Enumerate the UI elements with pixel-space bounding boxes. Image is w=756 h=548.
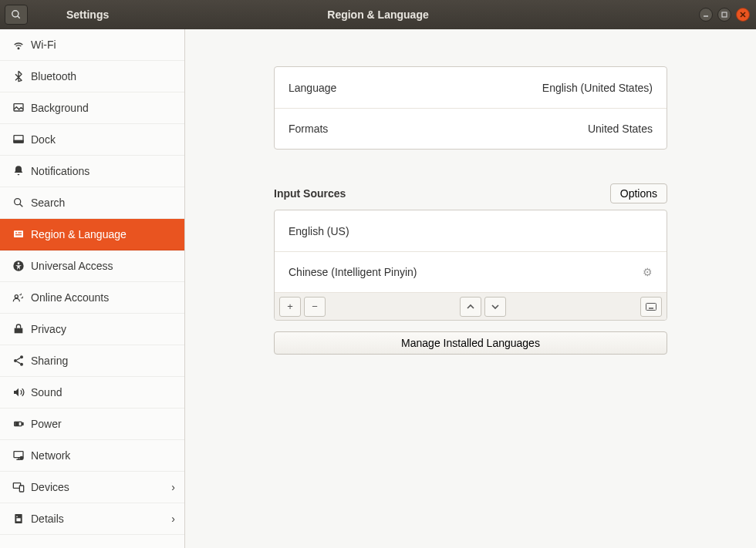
sidebar-item-label: Online Accounts bbox=[31, 291, 109, 304]
sidebar-item-bluetooth[interactable]: Bluetooth bbox=[0, 61, 184, 92]
sidebar-item-label: Bluetooth bbox=[31, 70, 76, 82]
language-value: English (United States) bbox=[542, 82, 653, 94]
svg-point-10 bbox=[15, 199, 21, 205]
input-source-name: English (US) bbox=[289, 225, 349, 237]
sharing-icon bbox=[9, 355, 28, 367]
wifi-icon bbox=[9, 39, 28, 51]
input-sources-title: Input Sources bbox=[274, 187, 346, 200]
svg-point-19 bbox=[20, 355, 23, 358]
sidebar-item-sound[interactable]: Sound bbox=[0, 377, 184, 408]
svg-rect-35 bbox=[16, 518, 20, 521]
sidebar-item-devices[interactable]: Devices› bbox=[0, 472, 184, 503]
svg-point-21 bbox=[20, 363, 23, 366]
bell-icon bbox=[9, 165, 28, 177]
language-formats-panel: Language English (United States) Formats… bbox=[274, 66, 667, 150]
keyboard-icon bbox=[646, 303, 656, 311]
maximize-button[interactable] bbox=[717, 8, 731, 22]
accessibility-icon bbox=[9, 260, 28, 272]
sidebar-item-notifications[interactable]: Notifications bbox=[0, 156, 184, 187]
svg-rect-9 bbox=[14, 140, 23, 143]
sidebar-item-label: Dock bbox=[31, 133, 56, 146]
sidebar-item-background[interactable]: Background bbox=[0, 92, 184, 124]
sidebar-item-label: Network bbox=[31, 449, 70, 462]
sidebar-item-label: Devices bbox=[31, 481, 69, 493]
search-button[interactable] bbox=[5, 5, 28, 25]
svg-rect-3 bbox=[722, 12, 727, 17]
input-sources-header: Input Sources Options bbox=[274, 183, 667, 203]
svg-rect-13 bbox=[15, 232, 17, 233]
page-title: Region & Language bbox=[327, 8, 428, 21]
sidebar-item-label: Sound bbox=[31, 386, 62, 398]
sidebar-item-sharing[interactable]: Sharing bbox=[0, 345, 184, 377]
bluetooth-icon bbox=[9, 70, 28, 82]
plus-icon: + bbox=[287, 301, 293, 312]
add-source-button[interactable]: + bbox=[279, 297, 301, 317]
svg-rect-32 bbox=[19, 486, 23, 492]
move-down-button[interactable] bbox=[484, 297, 506, 317]
background-icon bbox=[9, 102, 28, 114]
sidebar-item-search[interactable]: Search bbox=[0, 187, 184, 219]
power-icon bbox=[9, 418, 28, 430]
sidebar-item-region-language[interactable]: Region & Language bbox=[0, 219, 184, 250]
gear-icon[interactable]: ⚙ bbox=[643, 266, 653, 278]
sidebar-item-label: Region & Language bbox=[31, 228, 127, 240]
svg-point-6 bbox=[18, 48, 19, 49]
chevron-right-icon: › bbox=[171, 481, 175, 493]
input-sources-panel: English (US)Chinese (Intelligent Pinyin)… bbox=[274, 210, 667, 321]
svg-point-18 bbox=[15, 295, 18, 298]
svg-rect-25 bbox=[22, 423, 23, 425]
search-icon bbox=[9, 197, 28, 209]
sidebar-item-dock[interactable]: Dock bbox=[0, 124, 184, 156]
dock-icon bbox=[9, 133, 28, 146]
chevron-up-icon bbox=[467, 303, 474, 311]
svg-rect-26 bbox=[15, 423, 19, 425]
svg-line-11 bbox=[20, 204, 23, 207]
svg-point-0 bbox=[12, 11, 19, 17]
chevron-down-icon bbox=[491, 303, 499, 311]
input-source-row[interactable]: Chinese (Intelligent Pinyin)⚙ bbox=[275, 251, 667, 292]
formats-row[interactable]: Formats United States bbox=[275, 108, 667, 149]
svg-point-30 bbox=[20, 456, 23, 459]
manage-languages-button[interactable]: Manage Installed Languages bbox=[274, 331, 667, 355]
minimize-button[interactable] bbox=[699, 8, 713, 22]
keyboard-layout-button[interactable] bbox=[640, 297, 662, 317]
svg-rect-34 bbox=[16, 516, 17, 517]
accounts-icon bbox=[9, 291, 28, 304]
sound-icon bbox=[9, 386, 28, 398]
formats-value: United States bbox=[588, 123, 653, 135]
svg-point-20 bbox=[14, 359, 17, 362]
window-controls bbox=[699, 8, 750, 22]
svg-rect-12 bbox=[14, 230, 23, 237]
language-row[interactable]: Language English (United States) bbox=[275, 67, 667, 108]
sidebar-item-network[interactable]: Network bbox=[0, 440, 184, 472]
titlebar: Settings Region & Language bbox=[0, 0, 756, 29]
sidebar-item-universal-access[interactable]: Universal Access bbox=[0, 250, 184, 282]
svg-rect-14 bbox=[18, 232, 22, 233]
input-source-row[interactable]: English (US) bbox=[275, 210, 667, 251]
input-source-name: Chinese (Intelligent Pinyin) bbox=[289, 266, 417, 278]
sidebar-item-label: Details bbox=[31, 513, 64, 525]
language-label: Language bbox=[289, 82, 336, 94]
close-button[interactable] bbox=[736, 8, 750, 22]
minus-icon: − bbox=[312, 301, 318, 312]
sidebar-item-label: Wi-Fi bbox=[31, 39, 56, 51]
sidebar-item-label: Background bbox=[31, 102, 89, 114]
move-up-button[interactable] bbox=[460, 297, 481, 317]
app-title: Settings bbox=[66, 8, 109, 21]
sidebar-item-wi-fi[interactable]: Wi-Fi bbox=[0, 29, 184, 61]
svg-line-1 bbox=[18, 16, 20, 18]
svg-point-17 bbox=[18, 262, 20, 264]
sidebar-item-privacy[interactable]: Privacy bbox=[0, 314, 184, 345]
sidebar-item-power[interactable]: Power bbox=[0, 408, 184, 440]
sidebar-item-details[interactable]: Details› bbox=[0, 503, 184, 535]
sidebar-item-online-accounts[interactable]: Online Accounts bbox=[0, 282, 184, 314]
svg-line-22 bbox=[17, 358, 21, 360]
chevron-right-icon: › bbox=[171, 513, 175, 525]
svg-rect-36 bbox=[646, 303, 656, 310]
svg-rect-15 bbox=[15, 234, 22, 235]
sidebar: Wi-FiBluetoothBackgroundDockNotification… bbox=[0, 29, 185, 548]
remove-source-button[interactable]: − bbox=[304, 297, 326, 317]
sidebar-item-label: Privacy bbox=[31, 323, 66, 335]
options-button[interactable]: Options bbox=[610, 183, 667, 203]
region-icon bbox=[9, 228, 28, 240]
